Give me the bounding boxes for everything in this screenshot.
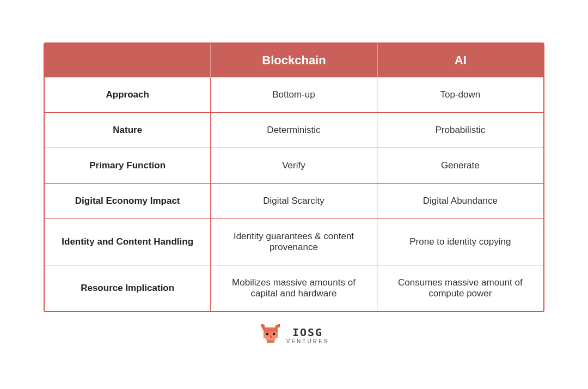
row-ai-approach: Top-down [377,77,543,112]
table-row-nature: NatureDeterministicProbabilistic [45,112,543,148]
table-body: ApproachBottom-upTop-downNatureDetermini… [45,77,543,311]
svg-rect-6 [264,332,278,334]
comparison-table: Blockchain AI ApproachBottom-upTop-downN… [44,42,544,312]
table-header: Blockchain AI [45,44,543,77]
iosg-logo-text: IOSG VENTURES [286,326,329,344]
row-ai-identity: Prone to identity copying [377,219,543,265]
table-row-resource: Resource ImplicationMobilizes massive am… [45,265,543,311]
row-blockchain-digital-economy: Digital Scarcity [211,184,377,218]
svg-rect-10 [270,336,272,338]
svg-rect-3 [275,327,278,330]
svg-rect-5 [264,330,278,332]
row-blockchain-nature: Deterministic [211,113,377,148]
row-label-approach: Approach [45,77,211,112]
row-label-digital-economy: Digital Economy Impact [45,184,211,218]
header-empty-cell [45,44,211,77]
svg-rect-1 [275,325,278,327]
row-ai-resource: Consumes massive amount of compute power [377,265,543,311]
footer: IOSG VENTURES [259,324,329,347]
svg-rect-12 [272,336,278,338]
row-blockchain-primary-function: Verify [211,148,377,183]
row-blockchain-resource: Mobilizes massive amounts of capital and… [211,265,377,311]
svg-rect-2 [262,327,265,330]
row-label-identity: Identity and Content Handling [45,219,211,265]
row-ai-nature: Probabilistic [377,113,543,148]
iosg-logo-icon [259,324,282,347]
svg-rect-7 [264,334,278,336]
row-ai-primary-function: Generate [377,148,543,183]
svg-rect-11 [264,336,269,338]
header-blockchain: Blockchain [211,44,377,77]
row-label-resource: Resource Implication [45,265,211,311]
svg-rect-8 [266,333,268,335]
row-label-primary-function: Primary Function [45,148,211,183]
header-ai: AI [377,44,543,77]
table-row-approach: ApproachBottom-upTop-down [45,77,543,112]
table-row-digital-economy: Digital Economy ImpactDigital ScarcityDi… [45,183,543,218]
row-blockchain-approach: Bottom-up [211,77,377,112]
table-row-primary-function: Primary FunctionVerifyGenerate [45,148,543,183]
svg-rect-16 [278,324,280,327]
logo-sub-text: VENTURES [286,338,329,344]
row-blockchain-identity: Identity guarantees & content provenance [211,219,377,265]
svg-rect-15 [261,324,264,327]
table-row-identity: Identity and Content HandlingIdentity gu… [45,218,543,265]
svg-rect-13 [266,338,275,341]
row-ai-digital-economy: Digital Abundance [377,184,543,218]
svg-rect-4 [265,327,275,330]
svg-rect-14 [267,341,274,343]
row-label-nature: Nature [45,113,211,148]
svg-rect-9 [273,333,275,335]
logo-main-text: IOSG [292,326,323,338]
